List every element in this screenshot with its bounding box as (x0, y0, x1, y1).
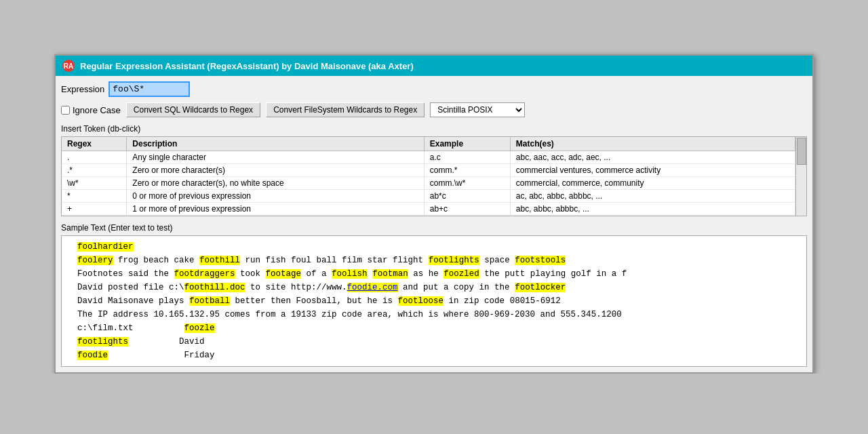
cell-matches: abc, aac, acc, adc, aec, ... (510, 151, 795, 164)
controls-row: Ignore Case Convert SQL Wildcards to Reg… (61, 102, 807, 117)
cell-regex: \w* (62, 177, 127, 190)
cell-example: comm.\w* (424, 177, 510, 190)
table-row[interactable]: .* Zero or more character(s) comm.* comm… (62, 164, 795, 177)
match-footlights-2: footlights (77, 337, 128, 347)
table-row[interactable]: \w* Zero or more character(s), no white … (62, 177, 795, 190)
cell-example: ab+c (424, 203, 510, 216)
cell-matches: ac, abc, abbc, abbbc, ... (510, 190, 795, 203)
engine-dropdown[interactable]: Scintilla POSIX POSIX Perl (430, 102, 525, 117)
cell-description: 1 or more of previous expression (127, 203, 424, 216)
match-foothill-doc: foothill.doc (184, 283, 245, 292)
sample-text-area[interactable]: foolhardier foolery frog beach cake foot… (61, 235, 807, 367)
table-row[interactable]: + 1 or more of previous expression ab+c … (62, 203, 795, 216)
sample-line-6: The IP address 10.165.132.95 comes from … (67, 308, 801, 321)
col-matches: Match(es) (510, 137, 795, 151)
match-footdraggers: footdraggers (174, 269, 235, 279)
sample-line-9: foodie Friday (67, 349, 801, 362)
match-footman: footman (372, 269, 408, 279)
match-footlocker: footlocker (515, 283, 566, 292)
cell-regex: * (62, 190, 127, 203)
table-row[interactable]: . Any single character a.c abc, aac, acc… (62, 151, 795, 164)
title-bar: RA Regular Expression Assistant (RegexAs… (56, 56, 812, 76)
expression-row: Expression (61, 81, 807, 97)
token-section-label: Insert Token (db-click) (61, 124, 807, 134)
sample-line-2: foolery frog beach cake foothill run fis… (67, 254, 801, 267)
match-footstools: footstools (515, 256, 566, 265)
table-row[interactable]: * 0 or more of previous expression ab*c … (62, 190, 795, 203)
cell-example: a.c (424, 151, 510, 164)
match-foolhardier: foolhardier (77, 242, 134, 252)
match-footage: footage (266, 269, 302, 279)
sample-line-7: c:\film.txt foozle (67, 321, 801, 335)
content-area: Expression Ignore Case Convert SQL Wildc… (56, 76, 812, 372)
cell-description: Any single character (127, 151, 424, 164)
table-scrollbar[interactable] (795, 137, 806, 216)
sample-line-4: David posted file c:\foothill.doc to sit… (67, 281, 801, 294)
col-description: Description (127, 137, 424, 151)
app-icon: RA (62, 60, 75, 72)
match-foolish: foolish (332, 269, 368, 279)
cell-description: 0 or more of previous expression (127, 190, 424, 203)
token-table-container: Regex Description Example Match(es) . An… (61, 136, 807, 216)
sql-wildcards-button[interactable]: Convert SQL Wildcards to Regex (126, 102, 260, 117)
cell-matches: commercial ventures, commerce activity (510, 164, 795, 177)
col-example: Example (424, 137, 510, 151)
match-foodie-com: foodie.com (347, 283, 398, 292)
match-footlights: footlights (429, 256, 479, 265)
match-foodie: foodie (77, 351, 108, 360)
match-foothill: foothill (199, 256, 240, 265)
fs-wildcards-button[interactable]: Convert FileSystem Wildcards to Regex (266, 102, 425, 117)
match-football: football (189, 296, 230, 306)
ignore-case-label[interactable]: Ignore Case (61, 105, 121, 115)
cell-example: comm.* (424, 164, 510, 177)
ignore-case-checkbox[interactable] (61, 106, 70, 115)
cell-regex: . (62, 151, 127, 164)
scrollbar-thumb (797, 138, 806, 165)
sample-label: Sample Text (Enter text to test) (61, 223, 807, 233)
sample-line-1: foolhardier (67, 240, 801, 254)
sample-line-5: David Maisonave plays football better th… (67, 294, 801, 308)
expression-input[interactable] (108, 81, 190, 97)
cell-description: Zero or more character(s) (127, 164, 424, 177)
match-foozled: foozled (443, 269, 479, 279)
table-header-row: Regex Description Example Match(es) (62, 137, 795, 151)
cell-matches: abc, abbc, abbbc, ... (510, 203, 795, 216)
cell-matches: commercial, commerce, community (510, 177, 795, 190)
match-foozle: foozle (184, 323, 215, 333)
window-title: Regular Expression Assistant (RegexAssis… (80, 61, 414, 71)
cell-regex: + (62, 203, 127, 216)
cell-example: ab*c (424, 190, 510, 203)
sample-line-8: footlights David (67, 335, 801, 349)
sample-line-3: Footnotes said the footdraggers took foo… (67, 267, 801, 281)
token-table: Regex Description Example Match(es) . An… (62, 137, 795, 216)
match-footloose: footloose (398, 296, 444, 306)
expression-label: Expression (61, 84, 104, 94)
cell-regex: .* (62, 164, 127, 177)
main-window: RA Regular Expression Assistant (RegexAs… (54, 54, 814, 374)
cell-description: Zero or more character(s), no white spac… (127, 177, 424, 190)
col-regex: Regex (62, 137, 127, 151)
match-foolery: foolery (77, 256, 113, 265)
